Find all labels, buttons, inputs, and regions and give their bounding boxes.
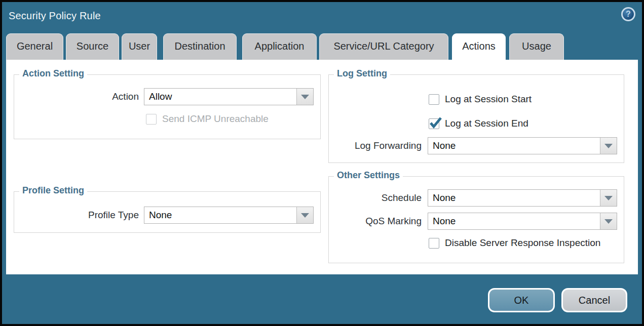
profile-type-dropdown-value: None — [144, 207, 296, 223]
disable-server-response-inspection-checkbox[interactable] — [429, 238, 439, 249]
action-setting-group: Action Setting Action Allow Send ICMP Un… — [14, 74, 321, 139]
tab-user[interactable]: User — [122, 33, 157, 62]
tab-service-url-category[interactable]: Service/URL Category — [319, 33, 448, 62]
dialog-title: Security Policy Rule — [9, 10, 101, 22]
qos-marking-label: QoS Marking — [365, 213, 422, 230]
send-icmp-unreachable-row: Send ICMP Unreachable — [146, 113, 269, 125]
schedule-dropdown-arrow-button[interactable] — [600, 190, 617, 206]
log-setting-legend: Log Setting — [334, 68, 390, 79]
other-settings-group: Other Settings Schedule None QoS Marking… — [328, 176, 624, 263]
tab-destination[interactable]: Destination — [163, 33, 237, 62]
action-setting-legend: Action Setting — [19, 68, 87, 79]
tab-source-label: Source — [77, 40, 108, 52]
action-dropdown[interactable]: Allow — [144, 88, 314, 105]
log-forwarding-dropdown-arrow-button[interactable] — [600, 138, 617, 154]
disable-server-response-inspection-row: Disable Server Response Inspection — [429, 237, 600, 249]
tab-user-label: User — [129, 40, 150, 52]
log-at-session-end-checkbox[interactable] — [429, 118, 439, 129]
tab-application[interactable]: Application — [242, 33, 317, 62]
schedule-dropdown-value: None — [428, 190, 600, 206]
help-icon[interactable]: ? — [621, 7, 635, 21]
cancel-button-label: Cancel — [579, 295, 610, 306]
log-forwarding-label: Log Forwarding — [355, 137, 422, 154]
actions-tab-panel: Action Setting Action Allow Send ICMP Un… — [6, 60, 638, 274]
action-dropdown-arrow-button[interactable] — [296, 89, 313, 105]
tab-destination-label: Destination — [174, 40, 225, 52]
cancel-button[interactable]: Cancel — [561, 288, 627, 312]
log-forwarding-dropdown-value: None — [428, 138, 600, 154]
checkmark-icon — [429, 116, 442, 130]
disable-server-response-inspection-label: Disable Server Response Inspection — [445, 237, 600, 249]
security-policy-rule-dialog: Security Policy Rule ? General Source Us… — [2, 2, 642, 324]
log-at-session-start-checkbox[interactable] — [429, 94, 439, 105]
tab-source[interactable]: Source — [66, 33, 119, 62]
schedule-dropdown[interactable]: None — [428, 189, 617, 207]
profile-type-label: Profile Type — [88, 207, 139, 224]
send-icmp-unreachable-checkbox — [146, 114, 157, 125]
log-at-session-start-label: Log at Session Start — [445, 94, 532, 105]
chevron-down-icon — [301, 95, 309, 99]
chevron-down-icon — [301, 213, 309, 218]
profile-setting-group: Profile Setting Profile Type None — [14, 191, 321, 233]
profile-type-dropdown[interactable]: None — [144, 207, 314, 224]
log-forwarding-dropdown[interactable]: None — [428, 137, 617, 154]
tab-actions-label: Actions — [462, 40, 496, 52]
tab-actions[interactable]: Actions — [452, 33, 506, 62]
tab-service-url-category-label: Service/URL Category — [333, 40, 434, 52]
action-dropdown-value: Allow — [144, 89, 296, 105]
action-label: Action — [112, 88, 139, 105]
tab-usage[interactable]: Usage — [509, 33, 564, 62]
profile-setting-legend: Profile Setting — [19, 185, 87, 196]
schedule-label: Schedule — [382, 189, 422, 207]
qos-marking-dropdown-arrow-button[interactable] — [600, 213, 617, 229]
send-icmp-unreachable-label: Send ICMP Unreachable — [162, 113, 269, 125]
qos-marking-dropdown[interactable]: None — [428, 213, 617, 230]
log-at-session-start-row: Log at Session Start — [429, 94, 532, 105]
tab-application-label: Application — [255, 40, 305, 52]
log-at-session-end-row: Log at Session End — [429, 118, 528, 129]
chevron-down-icon — [604, 196, 613, 200]
qos-marking-dropdown-value: None — [428, 213, 600, 229]
help-icon-glyph: ? — [626, 10, 631, 19]
profile-type-dropdown-arrow-button[interactable] — [296, 207, 313, 223]
log-setting-group: Log Setting Log at Session Start Log at … — [328, 74, 624, 163]
log-at-session-end-label: Log at Session End — [445, 118, 528, 129]
chevron-down-icon — [604, 219, 613, 224]
tab-general[interactable]: General — [6, 33, 63, 62]
tab-general-label: General — [17, 40, 53, 52]
tab-usage-label: Usage — [522, 40, 551, 52]
other-settings-legend: Other Settings — [334, 170, 403, 181]
ok-button[interactable]: OK — [488, 288, 555, 312]
chevron-down-icon — [604, 144, 613, 148]
ok-button-label: OK — [514, 295, 529, 306]
